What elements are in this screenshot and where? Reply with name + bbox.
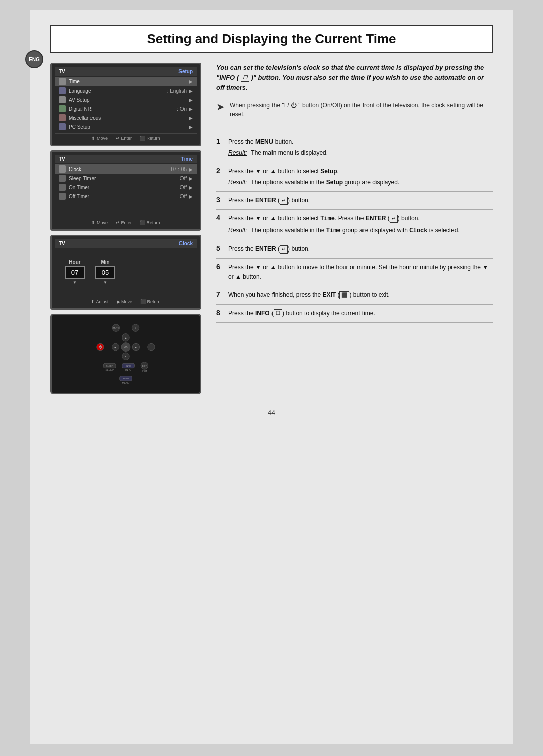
setup-item-language: Language : English ▶	[55, 86, 197, 95]
step-2-result-label: Result:	[228, 178, 247, 187]
up-btn: ▲	[122, 333, 129, 341]
time-section-label: Time	[181, 156, 193, 162]
clock-screen: TV Clock Hour 07 ▼ Min 05 ▼	[50, 235, 201, 310]
clock-footer-adjust: ⬆ Adjust	[90, 299, 108, 304]
step-8: 8 Press the INFO (☐) button to display t…	[216, 304, 493, 322]
intro-text: You can set the television's clock so th…	[216, 63, 493, 93]
time-item-sleep: Sleep Timer Off ▶	[55, 174, 197, 183]
clock-icon	[59, 165, 66, 173]
time-header: TV Time	[55, 155, 197, 163]
step-3-content: Press the ENTER (↵) button.	[228, 192, 493, 210]
exit-btn: EXIT	[141, 362, 148, 369]
setup-footer-return: ⬛ Return	[140, 136, 160, 141]
step-7: 7 When you have finished, press the EXIT…	[216, 286, 493, 304]
language-icon	[59, 87, 66, 94]
min-arrows: ▼	[103, 280, 107, 285]
left-column: TV Setup Time ▶ Language : English ▶ AV …	[50, 63, 201, 394]
note-box: ➤ When pressing the "I / ⏻ " button (On/…	[216, 101, 493, 125]
step-2: 2 Press the ▼ or ▲ button to select Setu…	[216, 162, 493, 191]
min-label: Min	[101, 259, 109, 265]
step-2-number: 2	[216, 162, 228, 191]
title-box: Setting and Displaying the Current Time	[50, 25, 493, 53]
note-arrow-icon: ➤	[216, 101, 225, 119]
left-btn: ◀	[112, 343, 119, 351]
setup-item-time: Time ▶	[55, 77, 197, 86]
step-5-number: 5	[216, 240, 228, 258]
step-2-content: Press the ▼ or ▲ button to select Setup.…	[228, 162, 493, 191]
clock-display: Hour 07 ▼ Min 05 ▼	[55, 254, 197, 290]
step-4-content: Press the ▼ or ▲ button to select Time. …	[228, 210, 493, 240]
page-title: Setting and Displaying the Current Time	[61, 31, 482, 47]
time-footer: ⬆ Move ↵ Enter ⬛ Return	[55, 218, 197, 226]
power-btn: ⏻	[96, 343, 104, 351]
note-text: When pressing the "I / ⏻ " button (On/Of…	[230, 101, 493, 119]
step-4-result-text: The options available in the Time group …	[251, 226, 493, 236]
time-icon	[59, 78, 66, 85]
clock-footer-return: ⬛ Return	[140, 299, 161, 304]
time-item-clock: Clock 07 : 05 ▶	[55, 164, 197, 174]
page: ENG Setting and Displaying the Current T…	[30, 10, 513, 744]
hour-field: Hour 07 ▼	[65, 259, 85, 285]
time-item-off: Off Timer Off ▶	[55, 192, 197, 201]
time-item-on: On Timer Off ▶	[55, 183, 197, 192]
step-5-content: Press the ENTER (↵) button.	[228, 240, 493, 258]
ok-btn: OK	[121, 342, 131, 352]
setup-footer-enter: ↵ Enter	[116, 136, 132, 141]
setup-screen: TV Setup Time ▶ Language : English ▶ AV …	[50, 63, 201, 146]
sleep-icon	[59, 175, 66, 182]
time-footer-enter: ↵ Enter	[116, 220, 132, 225]
step-1-content: Press the MENU button. Result: The main …	[228, 133, 493, 162]
step-6-content: Press the ▼ or ▲ button to move to the h…	[228, 259, 493, 286]
hour-value: 07	[65, 266, 85, 279]
step-2-result-text: The options available in the Setup group…	[251, 178, 493, 187]
time-tv-label: TV	[59, 156, 65, 162]
step-7-content: When you have finished, press the EXIT (…	[228, 286, 493, 304]
step-1-result-text: The main menu is displayed.	[251, 148, 493, 158]
min-field: Min 05 ▼	[95, 259, 115, 285]
step-5: 5 Press the ENTER (↵) button.	[216, 240, 493, 258]
time-footer-move: ⬆ Move	[91, 220, 108, 225]
step-1-number: 1	[216, 133, 228, 162]
clock-tv-label: TV	[59, 241, 65, 246]
on-timer-icon	[59, 184, 66, 191]
av-icon	[59, 96, 66, 103]
off-timer-icon	[59, 193, 66, 200]
eng-badge: ENG	[25, 50, 43, 68]
mute-btn: MUTE	[112, 324, 120, 332]
setup-footer: ⬆ Move ↵ Enter ⬛ Return	[55, 133, 197, 142]
remote-control: MUTE + ⏻ ▲ ◀ OK	[50, 314, 201, 394]
step-3: 3 Press the ENTER (↵) button.	[216, 192, 493, 210]
eng-label: ENG	[29, 57, 40, 62]
clock-footer: ⬆ Adjust ▶ Move ⬛ Return	[55, 297, 197, 305]
step-7-number: 7	[216, 286, 228, 304]
setup-item-misc: Miscellaneous ▶	[55, 113, 197, 122]
minus-btn: −	[147, 343, 155, 351]
step-6-number: 6	[216, 259, 228, 286]
plus-btn: +	[132, 324, 139, 332]
right-column: You can set the television's clock so th…	[216, 63, 493, 394]
step-3-number: 3	[216, 192, 228, 210]
setup-header: TV Setup	[55, 67, 197, 76]
step-1-result-label: Result:	[228, 148, 247, 158]
step-4-result-label: Result:	[228, 226, 247, 236]
steps-table: 1 Press the MENU button. Result: The mai…	[216, 133, 493, 323]
step-4-number: 4	[216, 210, 228, 240]
sleep-btn: SLEEP	[103, 363, 116, 368]
step-1: 1 Press the MENU button. Result: The mai…	[216, 133, 493, 162]
time-screen: TV Time Clock 07 : 05 ▶ Sleep Timer Off …	[50, 150, 201, 231]
setup-item-av: AV Setup ▶	[55, 95, 197, 104]
pc-icon	[59, 123, 66, 130]
dnr-icon	[59, 105, 66, 112]
clock-footer-move: ▶ Move	[117, 299, 133, 304]
right-btn: ▶	[132, 343, 140, 351]
down-btn: ▼	[122, 353, 129, 360]
page-number: 44	[50, 409, 493, 416]
min-value: 05	[95, 266, 115, 279]
step-6: 6 Press the ▼ or ▲ button to move to the…	[216, 259, 493, 286]
info-btn: INFO	[122, 363, 135, 368]
hour-arrows: ▼	[73, 280, 77, 285]
clock-section-label: Clock	[179, 241, 193, 246]
step-8-number: 8	[216, 304, 228, 322]
setup-item-dnr: Digital NR : On ▶	[55, 104, 197, 113]
setup-item-pc: PC Setup ▶	[55, 122, 197, 131]
